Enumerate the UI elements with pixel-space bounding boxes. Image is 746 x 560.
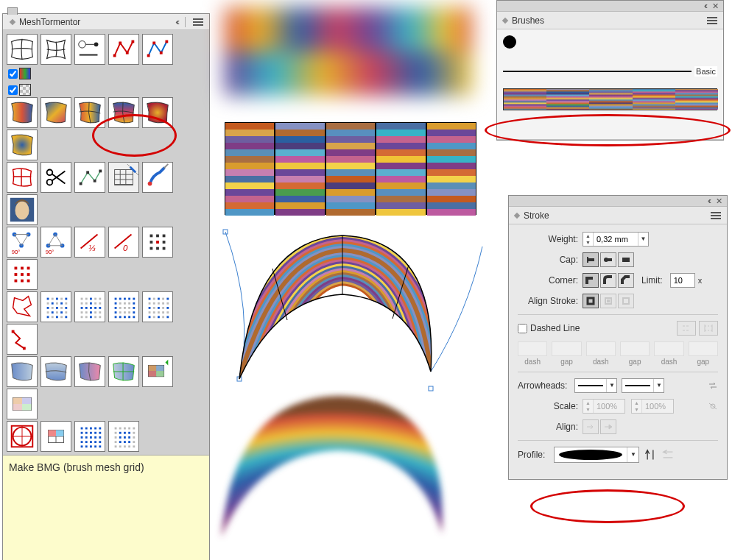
chevron-down-icon[interactable]: ▼ xyxy=(627,447,638,462)
svg-rect-187 xyxy=(85,445,88,447)
arrowhead-start-select[interactable]: ▼ xyxy=(574,378,617,393)
panel-grip-icon xyxy=(514,212,520,218)
brush-basic-row[interactable]: Basic xyxy=(503,62,717,81)
mesh-envelope-1-button[interactable] xyxy=(7,34,38,65)
svg-rect-198 xyxy=(124,432,126,434)
svg-rect-103 xyxy=(133,298,136,300)
grid-5x5-d-button[interactable] xyxy=(142,291,173,322)
grid-5x5-a-button[interactable] xyxy=(41,291,71,322)
dots-3x3-a-button[interactable] xyxy=(142,227,173,258)
svg-rect-80 xyxy=(85,302,88,305)
red-path-1-button[interactable] xyxy=(108,34,139,65)
svg-rect-183 xyxy=(90,441,92,443)
brushes-header[interactable]: Brushes xyxy=(497,12,723,29)
make-bmg-button[interactable] xyxy=(108,162,139,193)
profile-select[interactable]: ▼ xyxy=(554,447,639,463)
weight-stepper[interactable]: ▲▼ ▼ xyxy=(583,232,649,247)
gradient-cell-3-button[interactable] xyxy=(74,356,105,387)
svg-rect-84 xyxy=(81,307,83,309)
zero-button[interactable]: 0 xyxy=(108,227,139,258)
stroke-header[interactable]: Stroke xyxy=(509,207,727,224)
svg-rect-168 xyxy=(90,428,92,430)
dash-gap-sublabel: dash xyxy=(661,358,678,366)
color-mesh-4-button[interactable] xyxy=(108,97,139,128)
stepper-up-icon[interactable]: ▲ xyxy=(583,233,593,239)
weight-input[interactable] xyxy=(594,233,638,246)
color-mesh-2-button[interactable] xyxy=(41,97,71,128)
path-nodes-button[interactable] xyxy=(74,162,105,193)
scissors-button[interactable] xyxy=(41,162,71,193)
corner-bevel-button[interactable] xyxy=(618,273,634,288)
node-graph-90-button[interactable]: 90° xyxy=(7,227,38,258)
grid-5x5-b-button[interactable] xyxy=(74,291,105,322)
cap-round-button[interactable] xyxy=(600,252,616,267)
collapse-chevrons-icon[interactable]: ‹‹ xyxy=(175,14,177,30)
dots-3x3-b-button[interactable] xyxy=(7,259,38,290)
color-mesh-6-button[interactable] xyxy=(7,130,38,160)
chevron-down-icon[interactable]: ▼ xyxy=(653,379,664,392)
profile-label: Profile: xyxy=(518,450,549,460)
svg-rect-131 xyxy=(158,302,160,305)
align-center-button[interactable] xyxy=(583,294,599,308)
collapse-chevrons-icon[interactable]: ‹‹ xyxy=(708,196,709,206)
color-mesh-5-button[interactable] xyxy=(142,97,173,128)
stroke-tabrow[interactable]: ‹‹ ✕ xyxy=(509,196,727,207)
red-zigzag-button[interactable] xyxy=(7,324,38,355)
collapse-chevrons-icon[interactable]: ‹‹ xyxy=(704,1,705,11)
svg-rect-171 xyxy=(81,432,83,434)
color-mesh-3-button[interactable] xyxy=(74,97,105,128)
blue-dots-1-button[interactable] xyxy=(74,421,105,452)
grid-outline-button[interactable] xyxy=(7,162,38,193)
swap-arrowheads-icon[interactable] xyxy=(708,380,718,391)
node-connect-button[interactable] xyxy=(74,34,105,65)
brush-round-preview[interactable] xyxy=(503,35,516,49)
corner-round-button[interactable] xyxy=(600,273,616,288)
grid-5x5-c-button[interactable] xyxy=(108,291,139,322)
svg-rect-133 xyxy=(167,302,169,305)
meshtormentor-titlebar[interactable]: MeshTormentor ‹‹ xyxy=(3,14,209,30)
arrowhead-end-select[interactable]: ▼ xyxy=(622,378,664,393)
red-path-2-button[interactable] xyxy=(142,34,173,65)
cap-butt-button[interactable] xyxy=(583,252,599,267)
chevron-down-icon[interactable]: ▼ xyxy=(606,379,616,392)
color-mode-checkbox-1[interactable] xyxy=(8,69,18,79)
gradient-cell-4-button[interactable] xyxy=(108,356,139,387)
red-poly-button[interactable] xyxy=(7,291,38,322)
dashed-line-toggle[interactable]: Dashed Line xyxy=(518,323,580,333)
mesh-envelope-2-button[interactable] xyxy=(41,34,71,65)
corner-miter-button[interactable] xyxy=(583,273,599,288)
table-arrow-button[interactable] xyxy=(142,356,173,387)
brushes-tabrow[interactable]: ‹‹ ✕ xyxy=(497,1,723,12)
limit-input[interactable] xyxy=(670,273,695,288)
one-third-button[interactable]: ⅓ xyxy=(74,227,105,258)
blue-dots-2-button[interactable] xyxy=(108,421,139,452)
panel-menu-icon[interactable] xyxy=(193,18,203,26)
svg-rect-150 xyxy=(23,347,26,350)
panel-menu-icon[interactable] xyxy=(707,17,717,24)
svg-rect-207 xyxy=(119,441,122,443)
brush-mesh-button[interactable] xyxy=(142,162,173,193)
color-mesh-1-button[interactable] xyxy=(7,97,38,128)
svg-point-224 xyxy=(604,258,608,262)
panel-menu-icon[interactable] xyxy=(711,212,721,219)
gradient-cell-1-button[interactable] xyxy=(7,356,38,387)
node-graph-90b-button[interactable]: 90° xyxy=(41,227,71,258)
red-circle-cross-button[interactable] xyxy=(7,421,38,452)
stepper-down-icon[interactable]: ▼ xyxy=(583,239,593,246)
dashed-checkbox[interactable] xyxy=(518,324,527,333)
close-icon[interactable]: ✕ xyxy=(712,1,719,11)
close-icon[interactable]: ✕ xyxy=(716,196,722,206)
gradient-cell-2-button[interactable] xyxy=(41,356,71,387)
table-plain-button[interactable] xyxy=(7,389,38,419)
cap-square-button[interactable] xyxy=(618,252,634,267)
svg-rect-14 xyxy=(86,171,89,174)
weight-dropdown-icon[interactable]: ▼ xyxy=(638,233,648,246)
mini-table-button[interactable] xyxy=(41,421,71,452)
arrow-align-extend-button xyxy=(583,419,599,434)
flip-along-icon[interactable] xyxy=(644,448,657,461)
portrait-mesh-button[interactable] xyxy=(7,194,38,225)
svg-rect-110 xyxy=(119,307,122,309)
color-mode-checkbox-2[interactable] xyxy=(8,85,18,95)
brush-art-stripe[interactable] xyxy=(503,88,717,110)
svg-rect-107 xyxy=(128,302,130,305)
